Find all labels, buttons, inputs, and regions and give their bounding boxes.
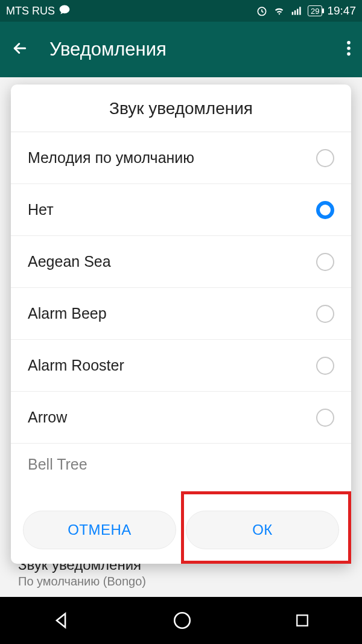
svg-rect-4 <box>299 7 301 14</box>
radio-icon[interactable] <box>316 409 334 427</box>
radio-icon[interactable] <box>316 253 334 271</box>
sound-option[interactable]: Aegean Sea <box>11 236 351 288</box>
svg-point-7 <box>347 53 351 56</box>
svg-point-6 <box>347 46 351 50</box>
app-bar: Уведомления <box>0 22 362 77</box>
radio-icon[interactable] <box>316 149 334 167</box>
sound-option[interactable]: Arrow <box>11 392 351 444</box>
dialog-actions: ОТМЕНА ОК <box>11 500 351 564</box>
status-bar: MTS RUS 29 19:47 <box>0 0 362 22</box>
sound-option[interactable]: Нет <box>11 184 351 236</box>
sound-option[interactable]: Мелодия по умолчанию <box>11 132 351 184</box>
svg-rect-2 <box>294 10 296 14</box>
cancel-button[interactable]: ОТМЕНА <box>23 511 176 549</box>
battery-percent: 29 <box>311 7 319 16</box>
sound-option[interactable]: Bell Tree <box>11 444 351 476</box>
nav-recent-icon[interactable] <box>293 611 311 630</box>
sound-option[interactable]: Alarm Rooster <box>11 340 351 392</box>
setting-row-subtitle: По умолчанию (Bongo) <box>18 575 344 588</box>
cancel-button-label: ОТМЕНА <box>68 521 132 538</box>
sound-option-label: Bell Tree <box>28 456 87 473</box>
radio-icon[interactable] <box>316 201 334 219</box>
svg-point-5 <box>347 41 351 45</box>
page-title: Уведомления <box>49 39 167 60</box>
overflow-menu-icon[interactable] <box>346 40 351 59</box>
signal-icon <box>291 5 303 17</box>
back-icon[interactable] <box>11 39 29 60</box>
svg-rect-3 <box>297 9 299 15</box>
radio-icon[interactable] <box>316 357 334 375</box>
svg-rect-1 <box>292 12 294 15</box>
svg-rect-9 <box>297 615 308 626</box>
svg-point-8 <box>174 613 190 628</box>
sound-option-label: Мелодия по умолчанию <box>28 149 194 167</box>
dialog-title: Звук уведомления <box>11 84 351 132</box>
sound-option[interactable]: Alarm Beep <box>11 288 351 340</box>
ok-button-label: ОК <box>252 521 273 538</box>
wifi-icon <box>273 5 286 17</box>
android-navbar <box>0 597 362 644</box>
sound-option-label: Нет <box>28 201 54 218</box>
sound-option-label: Alarm Beep <box>28 305 107 322</box>
alarm-icon <box>256 5 268 17</box>
sound-option-label: Arrow <box>28 409 67 426</box>
chat-bubble-icon <box>59 4 71 19</box>
sound-option-label: Alarm Rooster <box>28 357 124 374</box>
ok-button[interactable]: ОК <box>186 511 339 549</box>
sound-option-list[interactable]: Мелодия по умолчанию Нет Aegean Sea Alar… <box>11 132 351 500</box>
sound-option-label: Aegean Sea <box>28 253 111 270</box>
radio-icon[interactable] <box>316 305 334 323</box>
sound-picker-dialog: Звук уведомления Мелодия по умолчанию Не… <box>11 84 351 564</box>
clock: 19:47 <box>327 4 356 18</box>
nav-back-icon[interactable] <box>51 610 71 631</box>
battery-indicator: 29 <box>308 5 322 16</box>
carrier-label: MTS RUS <box>6 5 55 18</box>
nav-home-icon[interactable] <box>172 610 192 631</box>
